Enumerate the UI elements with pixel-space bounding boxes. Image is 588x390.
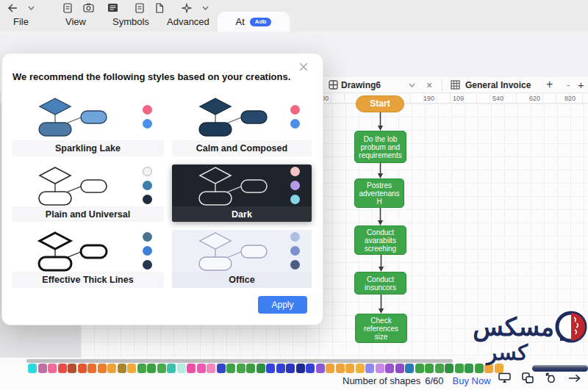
color-swatch[interactable]: [405, 364, 414, 373]
color-swatch[interactable]: [78, 364, 87, 373]
style-preview-shapes: [188, 165, 278, 206]
menu-file[interactable]: File: [13, 16, 29, 27]
color-swatch[interactable]: [226, 364, 235, 373]
back-arrow-icon[interactable]: [7, 4, 18, 12]
arrow-right-icon[interactable]: [568, 374, 581, 383]
color-swatch[interactable]: [187, 364, 196, 373]
top-toolbar: File View Symbols Advanced At Adb: [0, 0, 588, 32]
color-dot: [143, 246, 152, 256]
style-color-dots: [290, 105, 300, 129]
color-swatch[interactable]: [68, 364, 76, 373]
color-swatch[interactable]: [177, 364, 186, 373]
color-swatch[interactable]: [465, 364, 473, 373]
duplicate-icon[interactable]: [522, 372, 534, 383]
style-card-effective-thick-lines[interactable]: Effective Thick Lines: [12, 230, 164, 288]
flowchart-node-process[interactable]: Postres advertenans H: [354, 178, 404, 208]
doc-tab-drawing6[interactable]: Drawing6: [341, 80, 381, 90]
color-swatch[interactable]: [38, 364, 47, 373]
color-swatch[interactable]: [395, 364, 404, 373]
color-swatch[interactable]: [445, 364, 453, 373]
style-card-sparkling-lake[interactable]: Sparkling Lake: [12, 93, 164, 156]
style-color-dots: [143, 105, 152, 129]
color-swatch[interactable]: [207, 364, 215, 373]
color-swatch[interactable]: [356, 364, 365, 373]
flowchart-node-process[interactable]: Check references size: [355, 314, 407, 343]
chevron-down-icon[interactable]: [409, 83, 415, 87]
horizontal-scrollbar[interactable]: [26, 359, 453, 363]
color-swatch[interactable]: [28, 364, 37, 373]
menu-advanced[interactable]: Advanced: [167, 16, 209, 27]
style-preview-shapes: [28, 230, 118, 272]
color-swatch[interactable]: [197, 364, 206, 373]
color-swatch[interactable]: [107, 364, 116, 373]
collapse-icon[interactable]: -: [567, 79, 570, 90]
color-swatch[interactable]: [296, 364, 305, 373]
buy-now-link[interactable]: Buy Now: [453, 375, 491, 386]
color-swatch[interactable]: [98, 364, 107, 373]
color-swatch[interactable]: [157, 364, 166, 373]
color-swatch[interactable]: [118, 364, 126, 373]
ruler-number: 540: [492, 95, 503, 102]
color-palette: [28, 364, 503, 373]
menu-view[interactable]: View: [65, 16, 86, 27]
color-swatch[interactable]: [316, 364, 325, 373]
color-swatch[interactable]: [326, 364, 334, 373]
tab-at[interactable]: At Adb: [218, 12, 290, 32]
color-swatch[interactable]: [257, 364, 265, 373]
grid-icon: [451, 80, 460, 90]
doc-tab-general-invoice[interactable]: General Invoice: [465, 80, 531, 90]
color-swatch[interactable]: [137, 364, 146, 373]
flowchart-node-start[interactable]: Start: [356, 95, 404, 112]
color-swatch[interactable]: [87, 364, 96, 373]
style-card-office[interactable]: Office: [172, 230, 312, 288]
expand-icon[interactable]: +: [578, 79, 584, 91]
color-swatch[interactable]: [385, 364, 394, 373]
color-swatch[interactable]: [306, 364, 315, 373]
color-swatch[interactable]: [484, 364, 493, 373]
menu-symbols[interactable]: Symbols: [112, 16, 149, 27]
color-swatch[interactable]: [415, 364, 424, 373]
menu-bar: File View Symbols Advanced At Adb: [0, 12, 588, 32]
style-card-dark[interactable]: Dark: [172, 165, 312, 222]
style-color-dots: [143, 167, 152, 204]
flowchart-node-process[interactable]: Conduct insuncors: [354, 272, 406, 295]
color-swatch[interactable]: [475, 364, 484, 373]
color-swatch[interactable]: [167, 364, 176, 373]
color-swatch[interactable]: [147, 364, 156, 373]
color-swatch[interactable]: [276, 364, 285, 373]
color-swatch[interactable]: [345, 364, 354, 373]
ruler-number: 620: [529, 95, 540, 102]
style-card-calm-and-composed[interactable]: Calm and Composed: [172, 93, 312, 156]
color-swatch[interactable]: [217, 364, 226, 373]
flowchart-node-process[interactable]: Conduct avarabiits screehing: [354, 225, 406, 255]
color-swatch[interactable]: [58, 364, 67, 373]
close-icon[interactable]: [298, 61, 309, 73]
chevron-down-icon[interactable]: [28, 6, 35, 10]
flowchart-node-process[interactable]: Do the lob probum and requirements: [354, 131, 406, 163]
color-swatch[interactable]: [286, 364, 295, 373]
color-swatch[interactable]: [48, 364, 57, 373]
color-swatch[interactable]: [435, 364, 444, 373]
style-recommendation-dialog: We recommend the following styles based …: [1, 53, 323, 325]
style-preview: [12, 230, 164, 272]
color-swatch[interactable]: [455, 364, 464, 373]
presentation-icon[interactable]: [498, 372, 511, 383]
close-tab-icon[interactable]: ×: [426, 79, 432, 91]
apply-button[interactable]: Apply: [258, 296, 307, 314]
style-preview-shapes: [188, 95, 278, 137]
bag-icon[interactable]: [545, 372, 557, 383]
dialog-title: We recommend the following styles based …: [12, 71, 290, 82]
color-swatch[interactable]: [365, 364, 374, 373]
style-card-plain-and-universal[interactable]: Plain and Universal: [12, 165, 164, 222]
color-swatch[interactable]: [246, 364, 255, 373]
add-page-icon[interactable]: +: [546, 78, 553, 91]
color-swatch[interactable]: [376, 364, 384, 373]
color-swatch[interactable]: [336, 364, 345, 373]
color-swatch[interactable]: [127, 364, 136, 373]
chevron-down-icon[interactable]: [202, 6, 209, 10]
color-swatch[interactable]: [237, 364, 245, 373]
color-dot: [290, 260, 300, 270]
color-swatch[interactable]: [266, 364, 275, 373]
color-dot: [143, 195, 152, 204]
color-swatch[interactable]: [425, 364, 434, 373]
